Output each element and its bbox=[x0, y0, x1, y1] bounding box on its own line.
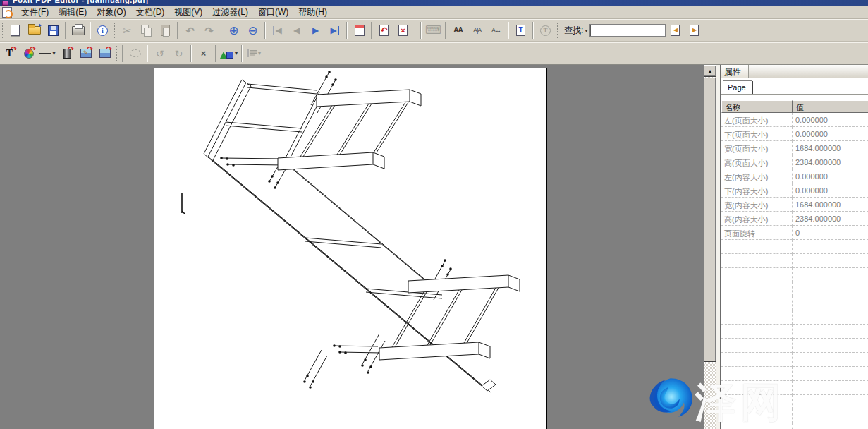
paste-icon bbox=[161, 25, 170, 36]
toolbar-separator bbox=[215, 45, 216, 62]
toolbar-grip[interactable] bbox=[114, 22, 116, 39]
property-name bbox=[721, 268, 793, 282]
last-page-button[interactable]: ▶ bbox=[326, 22, 343, 40]
document-menu-icon[interactable] bbox=[2, 7, 12, 18]
print-button[interactable] bbox=[69, 22, 87, 40]
delete-page-button[interactable]: × bbox=[394, 22, 412, 40]
lasso-button[interactable] bbox=[126, 44, 144, 62]
delete-page-icon: × bbox=[398, 25, 408, 36]
kerning-button[interactable]: A|A bbox=[468, 22, 486, 40]
property-value[interactable]: 0.000000 bbox=[793, 113, 868, 127]
find-input[interactable] bbox=[589, 24, 666, 37]
t-circle-button[interactable]: T bbox=[537, 22, 554, 40]
property-row-3: 高(页面大小)2384.000000 bbox=[721, 155, 868, 169]
property-value[interactable]: 0.000000 bbox=[793, 169, 868, 183]
zoom-in-button[interactable]: ⊕ bbox=[225, 22, 243, 40]
menu-window[interactable]: 窗口(W) bbox=[253, 6, 293, 19]
pdf-page[interactable] bbox=[154, 68, 547, 429]
menu-edit[interactable]: 编辑(E) bbox=[54, 6, 92, 19]
save-file-button[interactable] bbox=[44, 22, 62, 40]
delete-object-button[interactable]: × bbox=[195, 44, 212, 62]
vertical-scrollbar[interactable]: ▲ bbox=[704, 65, 716, 429]
gradient-fill-button[interactable] bbox=[58, 44, 75, 62]
property-value bbox=[793, 339, 868, 353]
cut-button[interactable]: ✂ bbox=[118, 22, 136, 40]
rotate-right-icon: ↻ bbox=[175, 49, 183, 59]
property-value[interactable]: 2384.000000 bbox=[793, 212, 868, 226]
cut-icon: ✂ bbox=[123, 25, 132, 36]
toolbar-grip[interactable] bbox=[116, 45, 118, 62]
toolbar-separator bbox=[346, 22, 348, 39]
page-form-button[interactable] bbox=[350, 22, 368, 40]
tab-properties[interactable]: 属性 bbox=[721, 65, 749, 78]
next-page-button[interactable]: ▶ bbox=[307, 22, 324, 40]
copy-button[interactable] bbox=[137, 22, 155, 40]
property-value[interactable]: 0.000000 bbox=[793, 183, 868, 198]
toolbar-grip[interactable] bbox=[556, 22, 558, 39]
technical-drawing bbox=[154, 68, 548, 429]
open-file-button[interactable] bbox=[25, 22, 43, 40]
redo-button[interactable]: ↷ bbox=[200, 22, 218, 40]
property-row-empty bbox=[721, 381, 868, 395]
keyboard-button[interactable]: ⌨ bbox=[424, 22, 442, 40]
menu-view[interactable]: 视图(V) bbox=[169, 6, 207, 19]
toolbar-grip[interactable] bbox=[220, 22, 222, 39]
prev-page-button[interactable]: ◀ bbox=[288, 22, 305, 40]
prev-page-icon: ◀ bbox=[293, 26, 300, 35]
add-image-button[interactable] bbox=[96, 44, 114, 62]
font-substitute-button[interactable]: AA bbox=[449, 22, 467, 40]
property-name bbox=[721, 325, 793, 339]
menu-object[interactable]: 对象(O) bbox=[92, 6, 130, 19]
import-page-button[interactable]: ↶ bbox=[375, 22, 393, 40]
edit-image-button[interactable]: ✎ bbox=[77, 44, 94, 62]
tab-page[interactable]: Page bbox=[723, 80, 752, 95]
property-value[interactable]: 1684.000000 bbox=[793, 198, 868, 212]
property-row-empty bbox=[721, 339, 868, 353]
align-objects-button[interactable]: ▾ bbox=[245, 44, 263, 62]
property-value bbox=[793, 325, 868, 339]
property-value[interactable]: 0 bbox=[793, 226, 868, 240]
scroll-up-button[interactable]: ▲ bbox=[704, 65, 716, 77]
column-header-value[interactable]: 值 bbox=[793, 100, 868, 113]
keyboard-icon: ⌨ bbox=[425, 25, 441, 36]
property-value[interactable]: 0.000000 bbox=[793, 127, 868, 141]
rotate-left-button[interactable]: ↺ bbox=[151, 44, 169, 62]
property-name bbox=[721, 240, 793, 254]
toolbar-grip[interactable] bbox=[414, 22, 416, 39]
find-history-caret-icon[interactable]: ▾ bbox=[585, 28, 587, 34]
scrollbar-thumb[interactable] bbox=[704, 78, 716, 362]
menu-help[interactable]: 帮助(H) bbox=[293, 6, 332, 19]
find-next-button[interactable]: ▶ bbox=[685, 22, 703, 40]
zoom-out-button[interactable]: ⊖ bbox=[244, 22, 262, 40]
first-page-icon: ◀ bbox=[273, 26, 281, 35]
shapes-button[interactable]: ▾ bbox=[219, 44, 238, 62]
find-prev-button[interactable]: ◀ bbox=[666, 22, 684, 40]
first-page-button[interactable]: ◀ bbox=[269, 22, 286, 40]
line-style-caret-icon[interactable]: ▾ bbox=[52, 50, 55, 56]
menu-document[interactable]: 文档(D) bbox=[131, 6, 170, 19]
new-document-button[interactable] bbox=[6, 22, 24, 40]
property-value[interactable]: 1684.000000 bbox=[793, 141, 868, 155]
toolbar-edit: T▾✎↺↻×▾▾ bbox=[0, 42, 868, 65]
add-color-button[interactable] bbox=[20, 44, 37, 62]
insert-text-button[interactable]: T bbox=[512, 22, 530, 40]
align-objects-caret-icon[interactable]: ▾ bbox=[258, 50, 261, 56]
rotate-right-button[interactable]: ↻ bbox=[170, 44, 188, 62]
toolbar-grip[interactable] bbox=[1, 22, 4, 39]
toolbar-separator bbox=[420, 22, 422, 39]
toolbar-separator bbox=[147, 45, 148, 62]
property-value[interactable]: 2384.000000 bbox=[793, 155, 868, 169]
shapes-caret-icon[interactable]: ▾ bbox=[235, 50, 238, 56]
document-info-icon: i bbox=[97, 25, 108, 36]
menu-file[interactable]: 文件(F) bbox=[16, 6, 54, 19]
property-row-empty bbox=[721, 353, 868, 367]
add-text-button[interactable]: T bbox=[1, 44, 18, 62]
undo-button[interactable]: ↶ bbox=[181, 22, 199, 40]
property-row-empty bbox=[721, 367, 868, 381]
document-info-button[interactable]: i bbox=[94, 22, 111, 40]
line-style-button[interactable]: ▾ bbox=[39, 44, 56, 62]
menu-filter[interactable]: 过滤器(L) bbox=[207, 6, 253, 19]
text-scale-button[interactable]: A↔ bbox=[487, 22, 505, 40]
paste-button[interactable] bbox=[157, 22, 174, 40]
column-header-name[interactable]: 名称 bbox=[721, 100, 793, 113]
